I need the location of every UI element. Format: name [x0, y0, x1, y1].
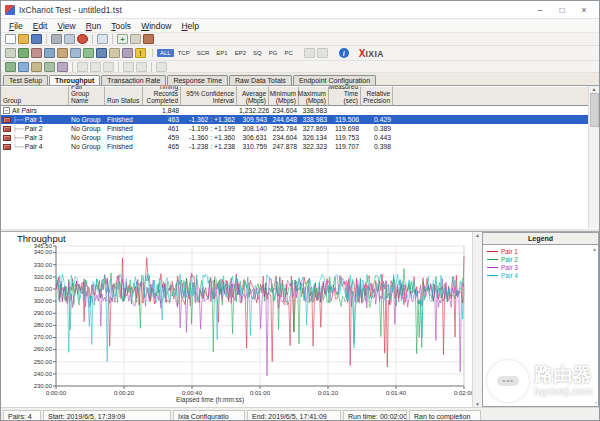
save-test-icon[interactable]: [31, 34, 42, 44]
legend-item-pair-1[interactable]: Pair 1: [487, 247, 598, 255]
column-header-95-confidence-interval[interactable]: 95% Confidence Interval: [181, 86, 237, 106]
align-left-icon[interactable]: [77, 62, 88, 72]
table-row-all-pairs[interactable]: −All Pairs1,8481,232.226234.604338.983: [1, 106, 599, 115]
column-header-minimum-mbps[interactable]: Minimum (Mbps): [269, 86, 299, 106]
status-panel-pairs: Pairs: 4: [3, 410, 41, 421]
column-header-run-status[interactable]: Run Status: [105, 86, 143, 106]
filter-button-scr[interactable]: SCR: [194, 49, 213, 57]
collapse-all-icon[interactable]: [136, 62, 147, 72]
menu-item-help[interactable]: Help: [176, 21, 203, 31]
pause-test-icon[interactable]: [31, 62, 42, 72]
column-header-group[interactable]: Group: [1, 86, 69, 106]
legend-item-pair-3[interactable]: Pair 3: [487, 263, 598, 271]
table-row-pair-3[interactable]: ├──Pair 3No GroupFinished459-1.360 : +1.…: [1, 133, 599, 142]
filter-button-tcp[interactable]: TCP: [175, 49, 193, 57]
schedule-icon[interactable]: [70, 48, 81, 58]
edit-config-icon[interactable]: [83, 48, 94, 58]
send-results-icon[interactable]: [64, 34, 75, 44]
refresh-icon[interactable]: [18, 62, 29, 72]
column-header-measured-time-sec[interactable]: Measured Time (sec): [329, 86, 361, 106]
report-icon[interactable]: [143, 34, 154, 44]
stop-run-icon[interactable]: [77, 34, 88, 44]
scroll-thumb[interactable]: [590, 93, 599, 127]
maximize-button[interactable]: □: [551, 2, 573, 18]
tab-test-setup[interactable]: Test Setup: [3, 75, 48, 85]
tab-transaction-rate[interactable]: Transaction Rate: [101, 75, 166, 85]
capture-icon[interactable]: [122, 48, 133, 58]
menu-item-tools[interactable]: Tools: [106, 21, 136, 31]
scroll-up-icon[interactable]: ▲: [475, 232, 480, 238]
add-pair-icon[interactable]: +: [117, 34, 128, 44]
legend-scroll-up-icon[interactable]: ▲: [592, 246, 597, 252]
view-pairs-icon[interactable]: [44, 62, 55, 72]
link-endpoints-icon[interactable]: [44, 48, 55, 58]
filter-button-pc[interactable]: PC: [281, 49, 295, 57]
table-row-pair-1[interactable]: ├──Pair 1No GroupFinished463-1.362 : +1.…: [1, 115, 599, 124]
chart-options-icon[interactable]: [96, 48, 107, 58]
filter-button-pg[interactable]: PG: [266, 49, 281, 57]
legend-scroll-right-icon[interactable]: ›: [595, 399, 597, 405]
compare-icon[interactable]: [317, 48, 328, 58]
chart-plot: [1, 232, 471, 390]
column-header-maximum-mbps[interactable]: Maximum (Mbps): [299, 86, 329, 106]
doc-icon[interactable]: [109, 48, 120, 58]
tab-response-time[interactable]: Response Time: [167, 75, 228, 85]
scroll-down-icon[interactable]: ▼: [475, 401, 480, 407]
toolbar-main: +: [1, 33, 599, 46]
close-button[interactable]: ×: [573, 2, 595, 18]
column-header-pair-group-name[interactable]: Pair Group Name: [69, 86, 105, 106]
toolbar-secondary: ! ALLTCPSCREP1EP2SQPGPC i X IXIA: [1, 46, 599, 61]
minimize-button[interactable]: –: [529, 2, 551, 18]
menu-item-file[interactable]: File: [4, 21, 28, 31]
tab-endpoint-configuration[interactable]: Endpoint Configuration: [293, 75, 376, 85]
tab-raw-data-totals[interactable]: Raw Data Totals: [229, 75, 292, 85]
filter-button-all[interactable]: ALL: [157, 49, 174, 57]
print-icon[interactable]: [51, 34, 62, 44]
align-right-icon[interactable]: [103, 62, 114, 72]
legend-item-pair-2[interactable]: Pair 2: [487, 255, 598, 263]
group-cell: ├──Pair 2: [1, 124, 69, 133]
menu-item-run[interactable]: Run: [81, 21, 107, 31]
copy-pair-icon[interactable]: [130, 34, 141, 44]
group-pairs-icon[interactable]: [18, 48, 29, 58]
y-tick-label: 280.00: [20, 322, 52, 328]
table-row-pair-4[interactable]: └──Pair 4No GroupFinished465-1.238 : +1.…: [1, 142, 599, 151]
tab-throughput[interactable]: Throughput: [49, 75, 100, 85]
run-test-icon[interactable]: [5, 62, 16, 72]
cell-minimum: 247.878: [269, 142, 299, 151]
table-scrollbar[interactable]: ▲: [588, 86, 599, 228]
collapse-expander-icon[interactable]: −: [3, 107, 10, 114]
console-icon[interactable]: [57, 48, 68, 58]
legend-list[interactable]: ▲ › Pair 1Pair 2Pair 3Pair 4: [483, 245, 598, 406]
group-cell: ├──Pair 3: [1, 133, 69, 142]
new-window-icon[interactable]: [97, 34, 108, 44]
scroll-up-icon[interactable]: ▲: [592, 86, 597, 92]
filter-button-sq[interactable]: SQ: [250, 49, 265, 57]
info-icon[interactable]: i: [339, 48, 349, 58]
protocol-filter-bar: ALLTCPSCREP1EP2SQPGPC: [152, 49, 297, 57]
filter-button-ep2[interactable]: EP2: [232, 49, 249, 57]
menu-item-window[interactable]: Window: [136, 21, 176, 31]
status-panel-start: Start: 2019/6/5, 17:39:09: [43, 410, 171, 421]
legend-item-pair-4[interactable]: Pair 4: [487, 271, 598, 279]
new-test-icon[interactable]: [5, 34, 16, 44]
chart-scrollbar[interactable]: ▲ ▼: [472, 232, 482, 407]
menu-item-edit[interactable]: Edit: [28, 21, 53, 31]
zoom-icon[interactable]: [156, 62, 167, 72]
align-center-icon[interactable]: [90, 62, 101, 72]
menu-item-view[interactable]: View: [52, 21, 80, 31]
clone-test-icon[interactable]: [304, 48, 315, 58]
filter-button-ep1[interactable]: EP1: [213, 49, 230, 57]
open-test-icon[interactable]: [18, 34, 29, 44]
expand-all-icon[interactable]: [123, 62, 134, 72]
view-groups-icon[interactable]: [57, 62, 68, 72]
column-header-relative-precision[interactable]: Relative Precision: [361, 86, 393, 106]
undo-icon[interactable]: [5, 48, 16, 58]
column-header-average-mbps[interactable]: Average (Mbps): [237, 86, 269, 106]
table-row-pair-2[interactable]: ├──Pair 2No GroupFinished461-1.199 : +1.…: [1, 124, 599, 133]
toolbar-tertiary: [1, 61, 599, 73]
lock-icon[interactable]: [31, 48, 42, 58]
column-header-timing-records-completed[interactable]: Timing Records Completed: [143, 86, 181, 106]
alert-icon[interactable]: !: [135, 48, 146, 58]
results-tab-bar: Test SetupThroughputTransaction RateResp…: [1, 73, 599, 86]
